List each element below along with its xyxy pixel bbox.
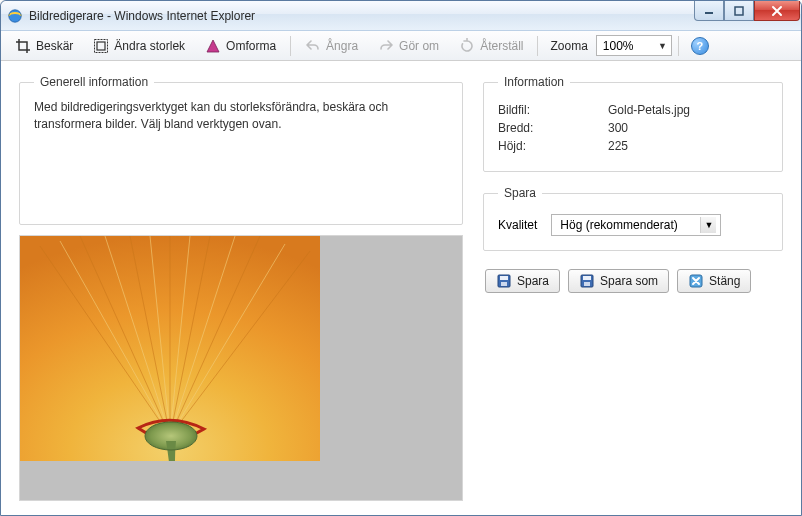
quality-value: Hög (rekommenderat) bbox=[560, 218, 677, 232]
general-text: Med bildredigeringsverktyget kan du stor… bbox=[34, 99, 448, 133]
info-row-width: Bredd: 300 bbox=[498, 121, 768, 135]
redo-label: Gör om bbox=[399, 39, 439, 53]
transform-label: Omforma bbox=[226, 39, 276, 53]
save-icon bbox=[496, 273, 512, 289]
reset-button[interactable]: Återställ bbox=[451, 34, 531, 58]
zoom-select[interactable]: 100% ▼ bbox=[596, 35, 672, 56]
transform-button[interactable]: Omforma bbox=[197, 34, 284, 58]
redo-icon bbox=[378, 38, 394, 54]
undo-button[interactable]: Ångra bbox=[297, 34, 366, 58]
window-title: Bildredigerare - Windows Internet Explor… bbox=[29, 9, 255, 23]
save-group: Spara Kvalitet Hög (rekommenderat) ▼ bbox=[483, 186, 783, 251]
svg-rect-11 bbox=[500, 276, 508, 280]
width-value: 300 bbox=[608, 121, 628, 135]
svg-rect-15 bbox=[584, 282, 590, 286]
quality-row: Kvalitet Hög (rekommenderat) ▼ bbox=[498, 214, 768, 236]
info-row-height: Höjd: 225 bbox=[498, 139, 768, 153]
resize-icon bbox=[93, 38, 109, 54]
reset-label: Återställ bbox=[480, 39, 523, 53]
separator bbox=[537, 36, 538, 56]
svg-rect-3 bbox=[735, 7, 743, 15]
width-label: Bredd: bbox=[498, 121, 608, 135]
svg-rect-2 bbox=[705, 12, 713, 14]
height-value: 225 bbox=[608, 139, 628, 153]
zoom-value: 100% bbox=[603, 39, 634, 53]
crop-icon bbox=[15, 38, 31, 54]
reset-icon bbox=[459, 38, 475, 54]
help-button[interactable]: ? bbox=[691, 37, 709, 55]
save-button-label: Spara bbox=[517, 274, 549, 288]
zoom-label: Zooma bbox=[546, 39, 591, 53]
info-group: Information Bildfil: Gold-Petals.jpg Bre… bbox=[483, 75, 783, 172]
close-button[interactable] bbox=[754, 1, 800, 21]
crop-label: Beskär bbox=[36, 39, 73, 53]
chevron-down-icon: ▼ bbox=[658, 41, 667, 51]
transform-icon bbox=[205, 38, 221, 54]
close-button-action[interactable]: Stäng bbox=[677, 269, 751, 293]
save-as-button-label: Spara som bbox=[600, 274, 658, 288]
minimize-button[interactable] bbox=[694, 1, 724, 21]
left-column: Generell information Med bildredigerings… bbox=[19, 75, 463, 501]
general-legend: Generell information bbox=[34, 75, 154, 89]
toolbar: Beskär Ändra storlek Omforma bbox=[1, 31, 801, 61]
resize-button[interactable]: Ändra storlek bbox=[85, 34, 193, 58]
close-icon bbox=[688, 273, 704, 289]
general-info-group: Generell information Med bildredigerings… bbox=[19, 75, 463, 225]
quality-label: Kvalitet bbox=[498, 218, 537, 232]
titlebar: Bildredigerare - Windows Internet Explor… bbox=[1, 1, 801, 31]
image-preview bbox=[20, 236, 320, 461]
window-controls bbox=[694, 1, 801, 30]
separator bbox=[678, 36, 679, 56]
undo-label: Ångra bbox=[326, 39, 358, 53]
save-icon bbox=[579, 273, 595, 289]
file-value: Gold-Petals.jpg bbox=[608, 103, 690, 117]
action-buttons: Spara Spara som bbox=[483, 269, 783, 293]
content: Generell information Med bildredigerings… bbox=[1, 61, 801, 515]
undo-icon bbox=[305, 38, 321, 54]
svg-rect-14 bbox=[583, 276, 591, 280]
chevron-down-icon: ▼ bbox=[700, 217, 716, 233]
image-preview-area bbox=[19, 235, 463, 501]
help-icon: ? bbox=[696, 40, 703, 52]
save-legend: Spara bbox=[498, 186, 542, 200]
redo-button[interactable]: Gör om bbox=[370, 34, 447, 58]
separator bbox=[290, 36, 291, 56]
crop-button[interactable]: Beskär bbox=[7, 34, 81, 58]
ie-icon bbox=[7, 8, 23, 24]
quality-select[interactable]: Hög (rekommenderat) ▼ bbox=[551, 214, 721, 236]
window: Bildredigerare - Windows Internet Explor… bbox=[0, 0, 802, 516]
file-label: Bildfil: bbox=[498, 103, 608, 117]
info-row-file: Bildfil: Gold-Petals.jpg bbox=[498, 103, 768, 117]
maximize-button[interactable] bbox=[724, 1, 754, 21]
svg-rect-12 bbox=[501, 282, 507, 286]
right-column: Information Bildfil: Gold-Petals.jpg Bre… bbox=[483, 75, 783, 501]
save-button[interactable]: Spara bbox=[485, 269, 560, 293]
svg-rect-5 bbox=[97, 42, 105, 50]
save-as-button[interactable]: Spara som bbox=[568, 269, 669, 293]
close-button-label: Stäng bbox=[709, 274, 740, 288]
height-label: Höjd: bbox=[498, 139, 608, 153]
info-legend: Information bbox=[498, 75, 570, 89]
resize-label: Ändra storlek bbox=[114, 39, 185, 53]
